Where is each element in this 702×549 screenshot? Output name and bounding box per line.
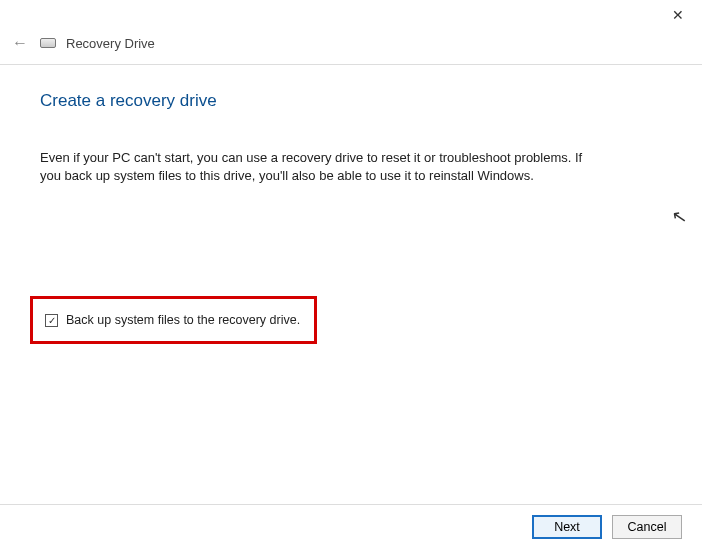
window-title: Recovery Drive [66, 36, 155, 51]
content-area: Create a recovery drive Even if your PC … [0, 65, 702, 185]
close-icon[interactable]: ✕ [672, 7, 684, 23]
footer: Next Cancel [0, 504, 702, 549]
wizard-header: ← Recovery Drive [0, 30, 702, 65]
titlebar: ✕ [0, 0, 702, 30]
cancel-button[interactable]: Cancel [612, 515, 682, 539]
checkbox-icon[interactable]: ✓ [45, 314, 58, 327]
backup-checkbox-label: Back up system files to the recovery dri… [66, 313, 300, 327]
page-heading: Create a recovery drive [40, 91, 662, 111]
next-button[interactable]: Next [532, 515, 602, 539]
cursor-icon: ↖ [670, 205, 689, 229]
back-arrow-icon[interactable]: ← [10, 34, 30, 52]
page-description: Even if your PC can't start, you can use… [40, 149, 600, 185]
drive-icon [40, 38, 56, 48]
backup-checkbox-group[interactable]: ✓ Back up system files to the recovery d… [30, 296, 317, 344]
